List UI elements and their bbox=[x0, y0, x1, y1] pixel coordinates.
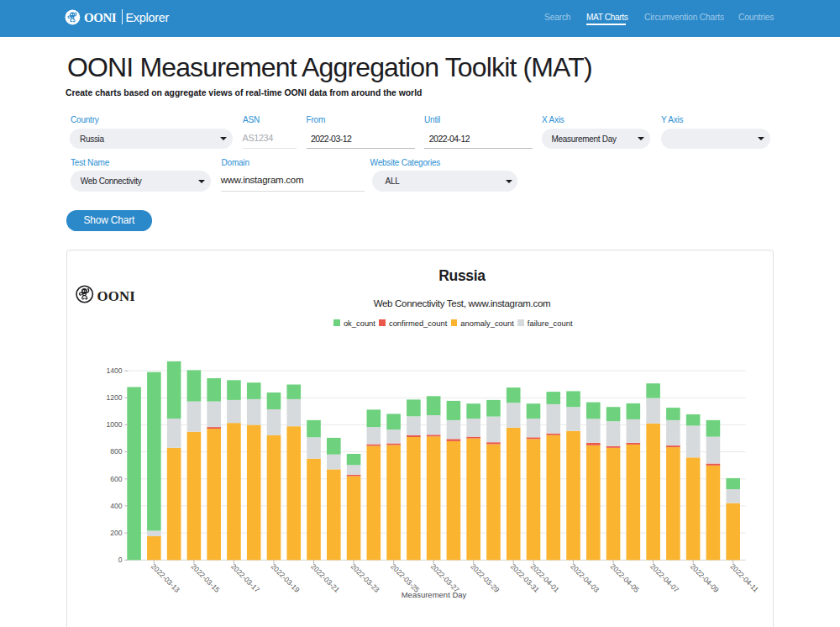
svg-text:2022-04-05: 2022-04-05 bbox=[609, 562, 641, 594]
svg-text:200: 200 bbox=[110, 529, 123, 537]
svg-text:2022-04-11: 2022-04-11 bbox=[728, 562, 760, 594]
svg-text:1200: 1200 bbox=[106, 393, 122, 402]
svg-text:600: 600 bbox=[110, 475, 123, 483]
svg-text:2022-03-23: 2022-03-23 bbox=[349, 562, 381, 594]
svg-text:2022-03-21: 2022-03-21 bbox=[309, 562, 341, 594]
svg-text:2022-03-29: 2022-03-29 bbox=[469, 562, 501, 594]
svg-text:2022-03-15: 2022-03-15 bbox=[189, 562, 221, 594]
svg-text:2022-04-03: 2022-04-03 bbox=[569, 562, 601, 594]
svg-text:800: 800 bbox=[110, 447, 123, 456]
svg-text:2022-04-09: 2022-04-09 bbox=[689, 562, 721, 594]
svg-text:2022-03-13: 2022-03-13 bbox=[150, 562, 181, 594]
svg-text:1400: 1400 bbox=[106, 366, 122, 375]
svg-text:1000: 1000 bbox=[106, 420, 122, 429]
svg-text:400: 400 bbox=[110, 502, 123, 510]
svg-text:2022-03-19: 2022-03-19 bbox=[270, 562, 302, 594]
svg-text:2022-03-17: 2022-03-17 bbox=[229, 562, 261, 594]
svg-text:Measurement Day: Measurement Day bbox=[402, 590, 467, 599]
svg-text:0: 0 bbox=[118, 556, 123, 564]
svg-text:2022-04-07: 2022-04-07 bbox=[648, 562, 680, 594]
